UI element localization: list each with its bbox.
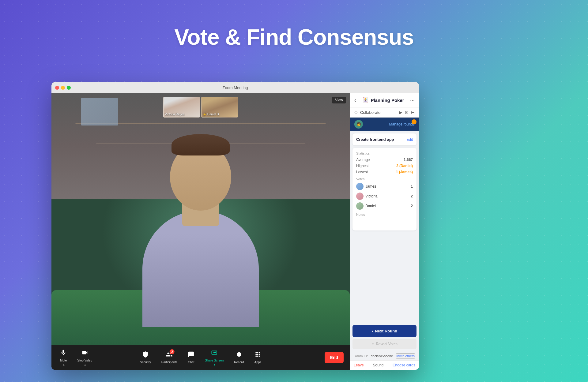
toolbar-left: Mute ▲ Stop Video ▲ [58,348,95,367]
chat-button[interactable]: Chat [185,350,197,365]
close-dot[interactable] [55,86,59,90]
manage-rounds-bar: 🧑 Manage rounds 1 [350,118,419,131]
video-caret: ▲ [84,363,86,366]
toolbar-right: End [325,352,344,363]
lowest-label: Lowest [356,170,368,174]
vote-row-daniel: Daniel 2 [356,202,413,210]
vote-user-daniel: Daniel [356,202,376,210]
panel-header: ‹ 🃏 Planning Poker ··· [350,93,419,107]
record-icon [236,351,242,359]
share-screen-label: Share Screen [205,359,224,362]
average-value: 1.667 [404,158,413,162]
record-label: Record [234,361,244,364]
panel-title: Planning Poker [371,98,404,103]
main-video [51,93,350,345]
toolbar-center: Security 2 Participants Chat [138,348,264,367]
participants-button[interactable]: 2 Participants [159,350,180,365]
next-round-arrow: › [372,329,373,333]
share-screen-icon [211,349,218,358]
votes-section-title: Votes [356,177,413,181]
notes-section-title: Notes [356,213,413,216]
mic-icon [60,349,67,358]
record-button[interactable]: Record [232,350,246,365]
security-button[interactable]: Security [138,350,153,365]
next-round-label: Next Round [375,329,397,333]
next-round-button[interactable]: › Next Round [352,325,417,337]
vote-name-victoria: Victoria [365,194,378,198]
video-thumbnails: Victoria Reyes ⚡ Daniel B. [163,97,238,118]
main-video-placeholder [51,93,350,345]
vote-value-james: 1 [411,184,413,189]
page-title: Vote & Find Consensus [174,24,414,50]
window-body: Victoria Reyes ⚡ Daniel B. View [51,93,419,370]
vote-value-daniel: 2 [411,204,413,208]
notes-area [356,218,413,227]
highest-value: 2 (Daniel) [396,164,413,168]
panel-back-button[interactable]: ‹ [354,97,356,103]
task-name: Create frontend app [356,137,394,142]
stat-row-average: Average 1.667 [356,158,413,162]
reveal-votes-label: Reveal Votes [376,342,398,346]
stop-video-label: Stop Video [77,359,92,362]
participants-label: Participants [161,361,177,364]
thumbnail-daniel: ⚡ Daniel B. [201,97,238,118]
vote-user-james: James [356,183,376,190]
end-meeting-button[interactable]: End [325,352,344,363]
maximize-dot[interactable] [67,86,71,90]
video-collab-button[interactable]: ▶ [399,110,402,115]
apps-icon [254,351,261,359]
filter-collab-button[interactable]: ⊡ [405,110,409,115]
task-card: Create frontend app Edit [352,133,417,145]
avatar-james [356,183,364,190]
participants-badge: 2 [170,349,175,354]
mute-button[interactable]: Mute ▲ [58,348,69,367]
statistics-title: Statistics [356,152,413,155]
chat-icon [188,351,194,359]
shield-icon [142,351,149,359]
vote-user-victoria: Victoria [356,193,378,200]
view-button[interactable]: View [332,97,346,103]
room-id-label: Room ID: [354,354,368,358]
avatar-victoria [356,193,364,200]
action-buttons: › Next Round ⊙ Reveal Votes [350,323,419,352]
collaborate-label: Collaborate [360,110,397,115]
manage-rounds-button[interactable]: Manage rounds [389,122,415,126]
stop-video-button[interactable]: Stop Video ▲ [75,348,95,367]
window-title: Zoom Meeting [222,85,248,90]
leave-button[interactable]: Leave [354,363,364,367]
minimize-dot[interactable] [61,86,65,90]
vote-name-james: James [365,184,376,189]
invite-others-button[interactable]: Invite others [396,354,415,358]
reveal-votes-button[interactable]: ⊙ Reveal Votes [352,339,417,349]
export-collab-button[interactable]: ⊢ [411,110,415,115]
room-id-row: Room ID: decisive-scene Invite others [350,352,419,360]
panel-title-area: 🃏 Planning Poker [362,97,404,103]
avatar-daniel [356,202,364,210]
zoom-video-area: Victoria Reyes ⚡ Daniel B. View [51,93,350,370]
stat-row-highest: Highest 2 (Daniel) [356,164,413,168]
vote-row-james: James 1 [356,183,413,190]
highest-label: Highest [356,164,369,168]
mute-label: Mute [60,359,67,362]
choose-cards-button[interactable]: Choose cards [393,363,415,367]
vote-row-victoria: Victoria 2 [356,193,413,200]
reveal-icon: ⊙ [371,342,375,346]
participants-icon: 2 [166,351,173,359]
manage-avatar: 🧑 [354,120,363,129]
panel-more-button[interactable]: ··· [410,97,415,103]
thumbnail-victoria-label: Victoria Reyes [165,113,184,116]
average-label: Average [356,158,370,162]
task-edit-button[interactable]: Edit [406,137,413,142]
share-screen-button[interactable]: Share Screen ▲ [202,348,226,367]
apps-label: Apps [254,361,261,364]
stat-row-lowest: Lowest 1 (James) [356,170,413,174]
video-icon [81,349,88,358]
chat-label: Chat [188,361,194,364]
security-label: Security [140,361,151,364]
share-caret: ▲ [213,363,216,366]
apps-button[interactable]: Apps [252,350,264,365]
planning-poker-panel: ‹ 🃏 Planning Poker ··· ◇ Collaborate ▶ ⊡… [350,93,419,370]
sound-button[interactable]: Sound [373,363,383,367]
panel-bottom-actions: Leave Sound Choose cards [350,360,419,370]
svg-point-0 [237,352,241,357]
